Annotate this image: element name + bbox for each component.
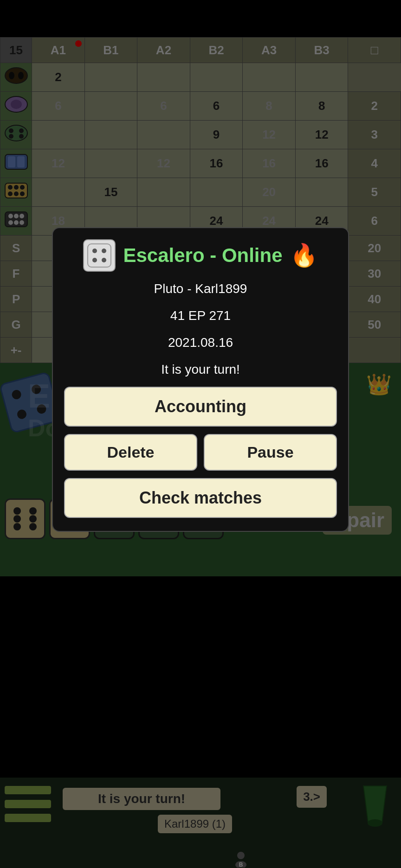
svg-point-58: [102, 249, 106, 253]
modal-players: Pluto - Karl1899: [154, 279, 247, 299]
cube-svg: [85, 242, 113, 269]
modal-date: 2021.08.16: [168, 333, 233, 352]
svg-point-59: [92, 258, 97, 262]
modal-dialog: Escalero - Online 🔥 Pluto - Karl1899 41 …: [52, 227, 349, 532]
svg-point-60: [102, 258, 106, 262]
modal-overlay: Escalero - Online 🔥 Pluto - Karl1899 41 …: [0, 0, 401, 868]
check-matches-button[interactable]: Check matches: [64, 478, 337, 518]
modal-cube-icon: [83, 239, 116, 272]
accounting-button[interactable]: Accounting: [64, 387, 337, 427]
modal-header: Escalero - Online 🔥: [64, 239, 337, 272]
delete-button[interactable]: Delete: [64, 434, 197, 471]
svg-rect-56: [88, 244, 111, 267]
modal-title: Escalero - Online: [123, 244, 282, 267]
svg-point-57: [92, 249, 97, 253]
modal-flame-icon: 🔥: [290, 243, 318, 268]
modal-game-info: 41 EP 271: [170, 306, 231, 326]
pause-button[interactable]: Pause: [204, 434, 337, 471]
modal-turn-text: It is your turn!: [161, 360, 240, 379]
modal-btn-row: Delete Pause: [64, 434, 337, 471]
